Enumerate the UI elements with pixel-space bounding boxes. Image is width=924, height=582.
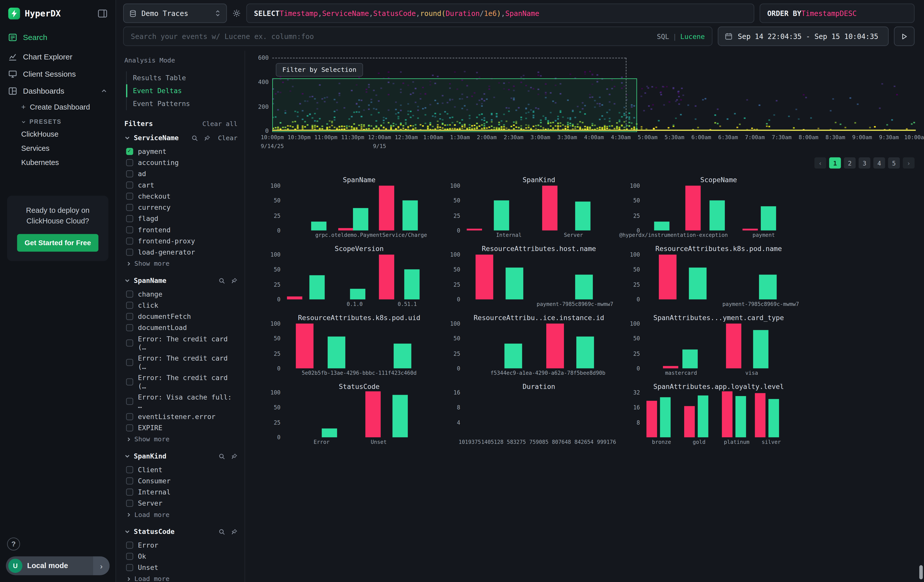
filter-option[interactable]: documentLoad [124,322,237,333]
select-clause-input[interactable]: SELECT Timestamp, ServiceName, StatusCod… [246,3,754,23]
source-select[interactable]: Demo Traces [123,3,227,23]
filter-option[interactable]: EXPIRE [124,422,237,433]
filter-option[interactable]: currency [124,202,237,213]
facet-clear-button[interactable]: Clear [218,134,237,142]
filter-by-selection-button[interactable]: Filter by Selection [276,63,363,77]
presets-toggle[interactable]: PRESETS [0,114,116,127]
checkbox[interactable] [126,339,133,346]
checkbox[interactable] [126,192,133,199]
checkbox[interactable] [126,313,133,320]
pager-page-4[interactable]: 4 [873,157,885,168]
checkbox[interactable] [126,324,133,331]
checkbox[interactable] [126,159,133,166]
date-range-picker[interactable]: Sep 14 22:04:35 - Sep 15 10:04:35 [718,26,889,46]
bar-green[interactable] [689,267,706,299]
bar-green[interactable] [353,208,369,231]
checkbox[interactable] [126,477,133,484]
show-more-button[interactable]: Show more [124,257,237,268]
pager-page-1[interactable]: 1 [829,157,841,168]
bar-pink[interactable] [663,366,678,368]
filter-option[interactable]: frontend-proxy [124,235,237,246]
bar-green[interactable] [660,397,671,437]
checkbox[interactable] [126,181,133,188]
pin-icon[interactable] [231,453,238,460]
selection-rectangle[interactable] [272,78,637,132]
bar-pink[interactable] [542,186,558,231]
filter-option[interactable]: checkout [124,190,237,201]
checkbox[interactable] [126,359,133,366]
tab-event-deltas[interactable]: Event Deltas [126,84,237,97]
bar-green[interactable] [392,395,408,437]
search-icon[interactable] [191,135,198,141]
heatmap-plot[interactable]: Filter by Selection [272,58,916,131]
pin-icon[interactable] [231,528,238,535]
checkbox[interactable] [126,500,133,506]
sidebar-item-kubernetes[interactable]: Kubernetes [0,156,116,170]
bar-pink[interactable] [755,393,766,437]
bar-pink[interactable] [338,228,353,230]
filter-option[interactable]: Client [124,464,237,475]
mini-chart-plot[interactable]: 10050250@hyperdx/instrumentation-excepti… [644,186,794,231]
filter-option[interactable]: Error: The credit card (… [124,333,237,353]
search-box[interactable]: SQL | Lucene [123,26,713,46]
sidebar-collapse-icon[interactable] [98,9,107,18]
checkbox[interactable] [126,413,133,420]
sidebar-item-services[interactable]: Services [0,142,116,156]
checkbox[interactable] [126,226,133,233]
checkbox[interactable] [126,552,133,560]
filter-option[interactable]: eventListener.error [124,411,237,422]
search-icon[interactable] [219,528,225,535]
bar-green[interactable] [759,274,777,299]
show-more-button[interactable]: Load more [124,509,237,519]
checkbox[interactable] [126,302,133,308]
mini-chart-plot[interactable]: 100502505e02b5fb-13ae-4296-bbbc-111f423c… [284,324,434,368]
bar-green[interactable] [350,289,366,299]
gear-icon[interactable] [232,9,241,18]
bar-pink[interactable] [647,401,657,437]
search-icon[interactable] [219,277,225,284]
filter-option[interactable]: Error: The credit card (… [124,353,237,372]
bar-pink[interactable] [684,406,695,437]
bar-green[interactable] [761,206,776,231]
bar-pink[interactable] [726,324,742,368]
bar-green[interactable] [575,201,590,231]
bar-pink[interactable] [742,229,758,231]
filter-option[interactable]: documentFetch [124,310,237,322]
bar-green[interactable] [310,275,325,300]
checkbox[interactable] [126,148,133,155]
bar-pink[interactable] [379,255,394,299]
pager-page-3[interactable]: 3 [858,157,870,168]
checkbox[interactable] [126,564,133,571]
checkbox[interactable] [126,466,133,473]
bar-green[interactable] [506,267,523,299]
bar-green[interactable] [328,336,345,368]
bar-green[interactable] [504,343,522,368]
create-dashboard-button[interactable]: + Create Dashboard [0,100,116,114]
mini-chart-plot[interactable]: 10050250grpc.oteldemo.PaymentService/Cha… [284,186,434,231]
bar-pink[interactable] [379,186,394,231]
order-by-input[interactable]: ORDER BY Timestamp DESC [759,3,915,23]
checkbox[interactable] [126,541,133,548]
filter-option[interactable]: payment [124,145,237,157]
facet-header[interactable]: SpanKind [124,452,237,460]
filter-option[interactable]: cart [124,179,237,190]
mini-chart-plot[interactable]: 10050250InternalServer [464,186,614,231]
mini-chart-plot[interactable]: 10050250mastercardvisa [644,324,794,368]
bar-green[interactable] [698,396,708,437]
filter-option[interactable]: flagd [124,213,237,224]
bar-pink[interactable] [467,229,482,231]
bar-green[interactable] [404,269,420,299]
bar-pink[interactable] [296,324,314,368]
checkbox[interactable] [126,290,133,297]
bar-green[interactable] [311,221,327,230]
bar-green[interactable] [753,330,769,368]
pin-icon[interactable] [231,277,238,284]
facet-header[interactable]: ServiceNameClear [124,134,237,142]
facet-header[interactable]: SpanName [124,276,237,285]
sidebar-item-search[interactable]: Search [0,29,116,46]
bar-green[interactable] [683,350,698,368]
checkbox[interactable] [126,249,133,256]
bar-green[interactable] [735,396,746,437]
pager-page-5[interactable]: 5 [888,157,900,168]
bar-green[interactable] [322,429,337,437]
